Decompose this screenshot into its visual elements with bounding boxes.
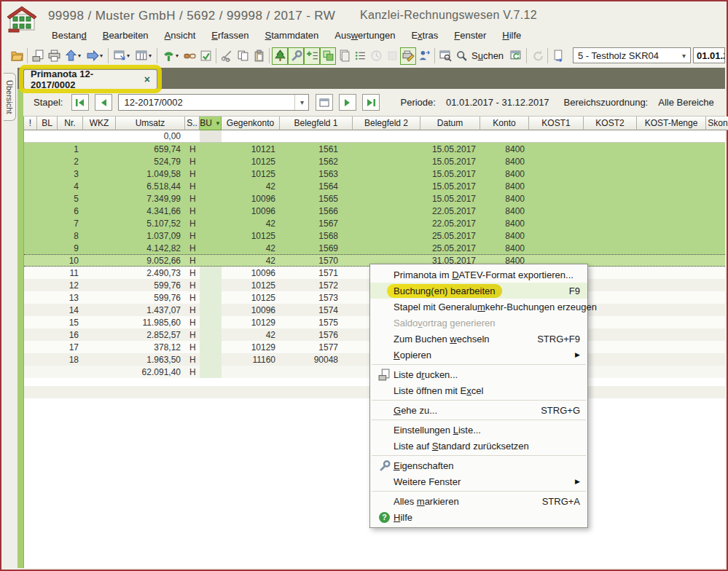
column-header-skon[interactable]: Skon (706, 117, 728, 130)
scissors-icon (221, 50, 233, 62)
opening-balance-row[interactable]: 0,00 (24, 130, 725, 143)
win-arrow-button[interactable]: ▾ (111, 47, 133, 65)
sidebar-tab-uebersicht[interactable]: Übersicht (4, 73, 16, 121)
person-export-button[interactable] (416, 47, 432, 65)
doc-arrow-button[interactable] (550, 47, 564, 65)
table-row[interactable]: 1659,74H10121156115.05.20178400 (24, 143, 725, 155)
first-batch-button[interactable] (71, 94, 89, 111)
menu-fenster[interactable]: Fenster (446, 28, 494, 43)
menu-stammdaten[interactable]: Stammdaten (257, 28, 327, 43)
table-row[interactable]: 94.142,82H42156925.05.20178400 (24, 242, 725, 254)
context-menu-item-gehe-zu[interactable]: Gehe zu...STRG+G (370, 402, 587, 418)
column-header-wkz[interactable]: WKZ (83, 117, 116, 130)
list-plus-button[interactable] (304, 47, 320, 65)
handshake-button[interactable] (181, 47, 197, 65)
cell-skon (706, 192, 728, 205)
context-menu-item-primanota-im-datev-format-exportieren[interactable]: Primanota im DATEV-Format exportieren... (370, 267, 587, 283)
phone-icon (163, 50, 175, 62)
list-dots-button[interactable] (352, 47, 368, 65)
menu-separator (372, 491, 586, 492)
arrow-right-button[interactable]: ▾ (84, 47, 106, 65)
printer-button[interactable] (46, 47, 62, 65)
cell-gegenkonto: 10125 (222, 155, 280, 168)
wrench-button[interactable] (288, 47, 304, 65)
menu-bestand[interactable]: Bestand (44, 28, 95, 43)
context-menu-item-liste-offnen-mit-excel[interactable]: Liste öffnen mit Excel (370, 382, 587, 398)
menu-bearbeiten[interactable]: Bearbeiten (95, 28, 157, 43)
column-header-nr[interactable]: Nr. (58, 117, 83, 130)
cell-wkz (83, 168, 116, 180)
search-win-button[interactable] (437, 47, 453, 65)
context-menu-item-kopieren[interactable]: Kopieren▶ (370, 347, 587, 363)
magnifier-button[interactable] (453, 47, 469, 65)
context-menu-item-eigenschaften[interactable]: Eigenschaften (370, 457, 587, 473)
table-row[interactable]: 64.341,66H10096156622.05.20178400 (24, 205, 725, 217)
column-header-kostmenge[interactable]: KOST-Menge (637, 117, 706, 130)
column-header-konto[interactable]: Konto (480, 117, 529, 130)
menu-item-label: Hilfe (394, 512, 412, 523)
win-refresh-button[interactable] (508, 47, 524, 65)
toolbar-separator (547, 48, 548, 63)
previous-batch-button[interactable] (95, 94, 112, 111)
column-header-s[interactable]: S.. (185, 117, 200, 130)
column-header-bl[interactable]: BL (37, 117, 58, 130)
menu-auswertungen[interactable]: Auswertungen (326, 28, 403, 43)
cell-bu (200, 143, 222, 155)
column-header-umsatz[interactable]: Umsatz (116, 117, 185, 130)
column-header-belegfeld1[interactable]: Belegfeld 1 (280, 117, 353, 130)
tab-primanota[interactable]: Primanota 12-2017/0002 × (23, 69, 157, 89)
context-menu-item-liste-auf-standard-zurucksetzen[interactable]: Liste auf Standard zurücksetzen (370, 438, 587, 454)
cell-gegenkonto: 42 (222, 180, 280, 192)
column-header-datum[interactable]: Datum (420, 117, 480, 130)
cell-umsatz: 4.142,82 (116, 242, 185, 254)
date-field[interactable]: 01.01.2 (693, 47, 725, 63)
table-row[interactable]: 2524,79H10125156215.05.20178400 (24, 155, 725, 168)
column-header-kost2[interactable]: KOST2 (584, 117, 637, 130)
column-header-belegfeld2[interactable]: Belegfeld 2 (353, 117, 420, 130)
last-batch-button[interactable] (362, 94, 380, 111)
context-menu-item-liste-drucken[interactable]: Liste drucken... (370, 366, 587, 382)
paste-button[interactable] (251, 47, 267, 65)
menu-extras[interactable]: Extras (403, 28, 446, 43)
open-folder-icon (11, 50, 23, 62)
menu-hilfe[interactable]: Hilfe (494, 28, 529, 43)
open-folder-button[interactable] (9, 47, 25, 65)
column-header-kost1[interactable]: KOST1 (529, 117, 584, 130)
menu-erfassen[interactable]: Erfassen (203, 28, 257, 43)
table-row[interactable]: 57.349,99H10096156515.05.20178400 (24, 192, 725, 205)
menu-ansicht[interactable]: Ansicht (157, 28, 204, 43)
column-header-gegenkonto[interactable]: Gegenkonto (222, 117, 280, 130)
account-select[interactable]: 5 - Testholz SKR04 ▾ (573, 47, 691, 63)
context-menu-item-alles-markieren[interactable]: Alles markierenSTRG+A (370, 493, 587, 509)
arrow-up-button[interactable]: ▾ (62, 47, 84, 65)
column-header-bu[interactable]: BU▼ (200, 117, 222, 130)
win-cols-button[interactable]: ▾ (133, 47, 154, 65)
win-green-button[interactable] (320, 47, 336, 65)
next-batch-button[interactable] (339, 94, 356, 111)
context-menu-item-einstellungen-liste[interactable]: Einstellungen Liste... (370, 422, 587, 438)
menu-item-label: Liste öffnen mit Excel (394, 385, 483, 396)
batch-select[interactable]: 12-2017/0002 ▾ (118, 94, 309, 111)
table-row[interactable]: 75.107,52H42156722.05.20178400 (24, 217, 725, 229)
print-edit-button[interactable] (400, 47, 416, 65)
context-menu-item-hilfe[interactable]: ?Hilfe (370, 509, 587, 525)
context-menu-item-buchung-en-bearbeiten[interactable]: Buchung(en) bearbeitenF9 (370, 283, 587, 299)
column-header-excl[interactable]: ! (24, 117, 37, 130)
check-pad-button[interactable] (197, 47, 214, 65)
table-row[interactable]: 46.518,44H42156415.05.20178400 (24, 180, 725, 192)
scissors-button[interactable] (219, 47, 235, 65)
table-row[interactable]: 31.049,58H10125156315.05.20178400 (24, 168, 725, 180)
context-menu-item-weitere-fenster[interactable]: Weitere Fenster▶ (370, 473, 587, 489)
tab-close-icon[interactable]: × (144, 74, 150, 85)
context-menu-item-zum-buchen-wechseln[interactable]: Zum Buchen wechselnSTRG+F9 (370, 331, 587, 347)
table-row[interactable]: 81.037,09H10125156825.05.20178400 (24, 229, 725, 242)
copy-button[interactable] (235, 47, 251, 65)
cell-skon (706, 341, 728, 353)
doc-copy-button[interactable] (336, 47, 352, 65)
tree-button[interactable] (272, 47, 288, 65)
batch-window-button[interactable] (316, 94, 333, 111)
doc-print-button[interactable] (30, 47, 46, 65)
cell-nr: 7 (58, 217, 83, 229)
phone-button[interactable]: ▾ (160, 47, 181, 65)
context-menu-item-stapel-mit-generalumkehr-buchungen-erzeugen[interactable]: Stapel mit Generalumkehr-Buchungen erzeu… (370, 299, 587, 315)
